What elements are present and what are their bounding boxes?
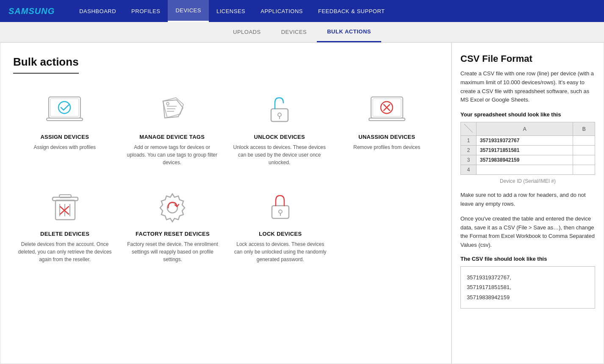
- table-corner: [461, 122, 477, 136]
- main-container: Bulk actions ASSIGN DEVICES: [0, 42, 604, 364]
- svg-rect-13: [369, 118, 405, 121]
- unassign-devices-icon: [366, 91, 408, 129]
- csv-note-1: Make sure not to add a row for headers, …: [460, 191, 595, 209]
- lock-devices-icon: [259, 188, 302, 226]
- samsung-logo: SAMSUNG: [8, 6, 55, 16]
- left-content: Bulk actions ASSIGN DEVICES: [0, 43, 451, 364]
- unlock-devices-icon: [258, 91, 301, 129]
- nav-dashboard[interactable]: DASHBOARD: [72, 0, 124, 22]
- row4-col-b: [573, 165, 595, 175]
- unassign-devices-desc: Remove profiles from devices: [353, 143, 420, 151]
- csv-title: CSV File Format: [460, 53, 595, 64]
- unlock-devices-desc: Unlock access to devices. These devices …: [232, 143, 327, 166]
- row-num-1: 1: [461, 136, 477, 146]
- lock-devices-desc: Lock access to devices. These devices ca…: [233, 240, 328, 263]
- subnav-bulk-actions[interactable]: BULK ACTIONS: [317, 22, 381, 42]
- assign-devices-title: ASSIGN DEVICES: [40, 134, 89, 140]
- subnav-devices[interactable]: DEVICES: [271, 22, 317, 42]
- factory-reset-title: FACTORY RESET DEVICES: [136, 231, 210, 237]
- col-label: Device ID (Serial/IMEI #): [460, 178, 595, 184]
- col-b-header: B: [573, 122, 595, 136]
- row3-col-b: [573, 155, 595, 165]
- nav-feedback[interactable]: FEEDBACK & SUPPORT: [310, 0, 393, 22]
- table-row: 3 35719838942159: [461, 155, 595, 165]
- assign-devices-icon: [44, 91, 86, 129]
- row-num-4: 4: [461, 165, 477, 175]
- row2-col-a: 35719171851581: [477, 146, 573, 155]
- delete-devices-title: DELETE DEVICES: [40, 231, 89, 237]
- lock-devices-title: LOCK DEVICES: [259, 231, 302, 237]
- svg-point-9: [278, 113, 281, 116]
- assign-devices-desc: Assign devices with profiles: [33, 143, 96, 151]
- row-num-2: 2: [461, 146, 477, 155]
- nav-profiles[interactable]: PROFILES: [124, 0, 168, 22]
- actions-row-1: ASSIGN DEVICES Assign devices with profi…: [13, 86, 438, 171]
- action-delete-devices[interactable]: DELETE DEVICES Delete devices from the a…: [13, 183, 116, 267]
- svg-point-27: [279, 210, 282, 213]
- manage-tags-icon: [151, 91, 193, 129]
- row-num-3: 3: [461, 155, 477, 165]
- manage-tags-desc: Add or remove tags for devices or upload…: [125, 143, 220, 166]
- factory-reset-desc: Factory reset the device. The enrollment…: [125, 240, 220, 263]
- svg-rect-26: [272, 206, 289, 218]
- row1-col-b: [573, 136, 595, 146]
- row2-col-b: [573, 146, 595, 155]
- csv-description: Create a CSV file with one row (line) pe…: [460, 69, 595, 105]
- row4-col-a: [477, 165, 573, 175]
- unlock-devices-title: UNLOCK DEVICES: [254, 134, 305, 140]
- delete-devices-icon: [44, 188, 86, 226]
- manage-tags-title: MANAGE DEVICE TAGS: [139, 134, 205, 140]
- csv-note-2: Once you've created the table and entere…: [460, 215, 595, 250]
- delete-devices-desc: Delete devices from the account. Once de…: [17, 240, 112, 263]
- csv-example: 35719319372767, 35719171851581, 35719838…: [460, 266, 595, 309]
- spreadsheet-preview: A B 1 35719319372767 2 35719171851581 3: [460, 122, 595, 175]
- nav-devices[interactable]: DEVICES: [168, 0, 209, 22]
- action-manage-tags[interactable]: MANAGE DEVICE TAGS Add or remove tags fo…: [121, 86, 224, 171]
- svg-rect-2: [47, 118, 83, 121]
- action-unassign-devices[interactable]: UNASSIGN DEVICES Remove profiles from de…: [335, 86, 439, 171]
- actions-row-2: DELETE DEVICES Delete devices from the a…: [13, 183, 332, 267]
- nav-links: DASHBOARD PROFILES DEVICES LICENSES APPL…: [72, 0, 392, 22]
- table-row: 4: [461, 165, 595, 175]
- svg-point-3: [58, 102, 70, 113]
- spreadsheet-label: Your spreadsheet should look like this: [460, 111, 595, 118]
- svg-rect-8: [271, 109, 288, 121]
- page-title: Bulk actions: [13, 55, 79, 74]
- factory-reset-icon: [151, 188, 194, 226]
- svg-point-7: [166, 102, 169, 105]
- col-a-header: A: [477, 122, 573, 136]
- sub-navigation: UPLOADS DEVICES BULK ACTIONS: [0, 22, 604, 42]
- top-navigation: SAMSUNG DASHBOARD PROFILES DEVICES LICEN…: [0, 0, 604, 22]
- row1-col-a: 35719319372767: [477, 136, 573, 146]
- csv-example-label: The CSV file should look like this: [460, 256, 595, 262]
- svg-rect-0: [49, 97, 80, 118]
- nav-licenses[interactable]: LICENSES: [209, 0, 253, 22]
- action-assign-devices[interactable]: ASSIGN DEVICES Assign devices with profi…: [13, 86, 116, 171]
- action-unlock-devices[interactable]: UNLOCK DEVICES Unlock access to devices.…: [228, 86, 331, 171]
- table-row: 2 35719171851581: [461, 146, 595, 155]
- nav-applications[interactable]: APPLICATIONS: [253, 0, 310, 22]
- action-lock-devices[interactable]: LOCK DEVICES Lock access to devices. The…: [229, 183, 332, 267]
- action-factory-reset[interactable]: FACTORY RESET DEVICES Factory reset the …: [121, 183, 224, 267]
- svg-line-29: [464, 124, 473, 132]
- unassign-devices-title: UNASSIGN DEVICES: [358, 134, 415, 140]
- table-row: 1 35719319372767: [461, 136, 595, 146]
- row3-col-a: 35719838942159: [477, 155, 573, 165]
- right-panel: CSV File Format Create a CSV file with o…: [451, 43, 604, 364]
- subnav-uploads[interactable]: UPLOADS: [223, 22, 271, 42]
